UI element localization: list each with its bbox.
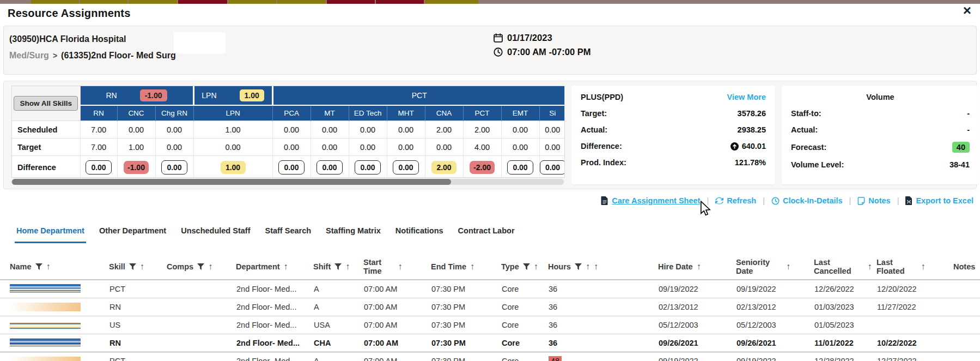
difference-input[interactable]: 0.00 xyxy=(540,160,565,175)
column-header-comps[interactable]: Comps↑ xyxy=(167,254,236,280)
column-header-end-time[interactable]: End Time↑ xyxy=(431,254,501,280)
difference-input[interactable]: 0.00 xyxy=(355,160,381,175)
column-header-seniority-date[interactable]: SeniorityDate↑ xyxy=(736,254,814,280)
show-all-skills-button[interactable]: Show All Skills xyxy=(14,96,78,111)
close-icon[interactable]: × xyxy=(963,3,971,17)
column-header-skill[interactable]: Skill↑ xyxy=(109,254,167,280)
breadcrumb-unit[interactable]: Med/Surg xyxy=(9,51,49,60)
filter-icon[interactable] xyxy=(575,263,582,270)
staff-row[interactable]: PCT2nd Floor- Med...A07:00 AM07:30 PMCor… xyxy=(0,352,980,361)
sort-asc-icon[interactable]: ↑ xyxy=(697,262,701,272)
tab-other-department[interactable]: Other Department xyxy=(99,226,166,243)
column-header-department[interactable]: Department↑ xyxy=(236,254,313,280)
column-header-last-floated[interactable]: LastFloated↑ xyxy=(876,254,953,280)
difference-input[interactable]: 0.00 xyxy=(86,160,112,175)
clock-in-details-link[interactable]: Clock-In-Details xyxy=(771,196,843,205)
pdf-icon xyxy=(601,196,608,205)
difference-cell[interactable]: 0.00 xyxy=(80,156,117,178)
staff-row[interactable]: PCT2nd Floor- Med...A07:00 AM07:30 PMCor… xyxy=(0,280,980,298)
filter-icon[interactable] xyxy=(129,263,136,270)
filter-icon[interactable] xyxy=(334,263,342,270)
difference-input[interactable]: -1.00 xyxy=(124,161,149,174)
seniority-date-cell: 09/26/2021 xyxy=(736,334,814,352)
difference-input[interactable]: 0.00 xyxy=(393,160,419,175)
staff-row[interactable]: US2nd Floor- Med...USA07:00 AM07:30 PMCo… xyxy=(0,316,980,334)
tab-notifications[interactable]: Notifications xyxy=(395,226,443,243)
difference-cell[interactable]: 0.00 xyxy=(311,156,349,178)
target-cell: 0.00 xyxy=(272,139,311,156)
filter-icon[interactable] xyxy=(197,263,204,270)
difference-input[interactable]: 2.00 xyxy=(431,161,456,174)
column-header-last-cancelled[interactable]: LastCancelled↑ xyxy=(814,254,876,280)
tab-staff-search[interactable]: Staff Search xyxy=(265,226,311,243)
column-header-type[interactable]: Type↑ xyxy=(501,254,548,280)
background-schedule-block xyxy=(425,0,478,4)
sort-asc-icon[interactable]: ↑ xyxy=(868,262,872,272)
column-header-name[interactable]: Name↑ xyxy=(0,254,109,280)
page-title: Resource Assignments xyxy=(8,7,131,20)
skill-column-header: ED Tech xyxy=(349,105,387,121)
column-header-shift[interactable]: Shift↑ xyxy=(313,254,363,280)
shift-cell: A xyxy=(313,298,363,316)
difference-input[interactable]: 0.00 xyxy=(316,160,343,175)
volume-title: Volume xyxy=(791,93,970,101)
column-header-start-time[interactable]: StartTime↑ xyxy=(363,254,431,280)
tab-unscheduled-staff[interactable]: Unscheduled Staff xyxy=(181,226,250,243)
sort-asc-icon[interactable]: ↑ xyxy=(534,262,538,272)
skills-scrollbar-thumb[interactable] xyxy=(12,179,451,185)
difference-input[interactable]: 0.00 xyxy=(278,160,305,175)
redacted-name xyxy=(10,321,81,329)
filter-icon[interactable] xyxy=(523,263,530,270)
skills-row-label: Difference xyxy=(12,156,80,178)
sort-asc-icon[interactable]: ↑ xyxy=(140,262,144,272)
difference-cell[interactable]: 2.00 xyxy=(425,156,463,178)
tab-home-department[interactable]: Home Department xyxy=(16,226,84,243)
view-more-link[interactable]: View More xyxy=(727,93,766,101)
hire-date-cell: 09/19/2022 xyxy=(658,352,736,361)
column-label: Name xyxy=(10,262,32,271)
scheduled-cell: 0.00 xyxy=(539,121,565,139)
difference-cell[interactable]: 1.00 xyxy=(193,156,272,178)
scheduled-cell: 0.00 xyxy=(311,121,349,139)
metric-value: 2938.25 xyxy=(738,125,766,134)
difference-cell[interactable]: 0.00 xyxy=(539,156,565,178)
target-cell: 4.00 xyxy=(463,139,501,156)
notes-link[interactable]: Notes xyxy=(857,196,890,205)
refresh-link[interactable]: Refresh xyxy=(715,196,756,205)
sort-asc-icon[interactable]: ↑ xyxy=(786,262,790,272)
start-time-cell: 07:00 AM xyxy=(363,352,431,361)
difference-input[interactable]: 0.00 xyxy=(507,160,533,175)
export-to-excel-link[interactable]: Export to Excel xyxy=(905,196,973,205)
sort-asc-icon[interactable]: ↑ xyxy=(284,262,288,272)
staff-name-cell xyxy=(0,280,109,298)
difference-cell[interactable]: 0.00 xyxy=(155,156,193,178)
tab-contract-labor[interactable]: Contract Labor xyxy=(458,226,515,243)
difference-input[interactable]: 0.00 xyxy=(161,160,187,175)
staff-row[interactable]: RN2nd Floor- Med...CHA07:00 AM07:30 PMCo… xyxy=(0,334,980,352)
skill-group-variance-badge: 1.00 xyxy=(240,89,264,101)
tab-staffing-matrix[interactable]: Staffing Matrix xyxy=(326,226,381,243)
difference-cell[interactable]: 0.00 xyxy=(272,156,311,178)
difference-cell[interactable]: 0.00 xyxy=(501,156,539,178)
difference-cell[interactable]: -2.00 xyxy=(463,156,501,178)
sort-asc-icon[interactable]: ↑ xyxy=(586,262,590,272)
difference-input[interactable]: -2.00 xyxy=(470,161,495,174)
staff-row[interactable]: RN2nd Floor- Med...A07:00 AM07:30 PMCore… xyxy=(0,298,980,316)
difference-cell[interactable]: 0.00 xyxy=(349,156,387,178)
sort-asc-icon[interactable]: ↑ xyxy=(398,262,403,272)
difference-input[interactable]: 1.00 xyxy=(221,161,246,174)
sort-asc-icon[interactable]: ↑ xyxy=(594,262,598,272)
sort-asc-icon[interactable]: ↑ xyxy=(46,262,51,272)
filter-icon[interactable] xyxy=(35,263,42,270)
sort-asc-icon[interactable]: ↑ xyxy=(345,262,350,272)
plus-ppd-row: Difference:640.01 xyxy=(581,142,766,151)
column-header-hire-date[interactable]: Hire Date↑ xyxy=(658,254,736,280)
difference-cell[interactable]: 0.00 xyxy=(387,156,425,178)
volume-row: Actual:- xyxy=(791,125,970,134)
column-header-hours[interactable]: Hours↑↑ xyxy=(548,254,658,280)
difference-cell[interactable]: -1.00 xyxy=(117,156,155,178)
care-assignment-sheet-link[interactable]: Care Assignment Sheet xyxy=(601,196,700,205)
sort-asc-icon[interactable]: ↑ xyxy=(921,262,926,272)
sort-asc-icon[interactable]: ↑ xyxy=(208,262,212,272)
sort-asc-icon[interactable]: ↑ xyxy=(470,262,474,272)
